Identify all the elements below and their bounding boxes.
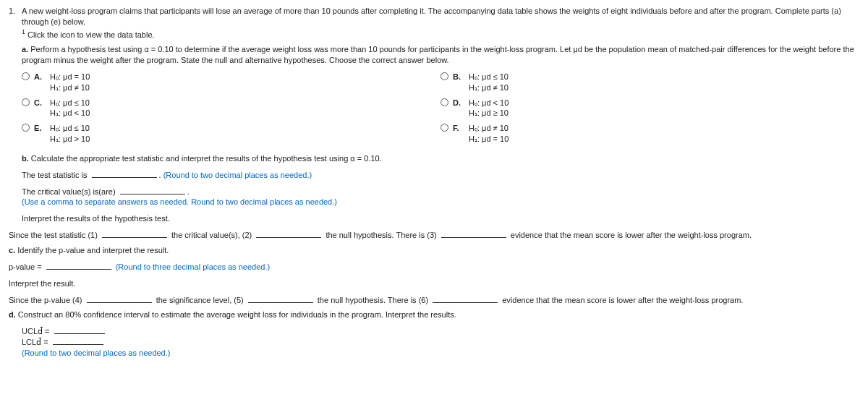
question-number: 1. xyxy=(9,6,22,224)
option-f-line2: H₁: μd = 10 xyxy=(469,134,509,143)
test-stat-post: . xyxy=(159,171,161,179)
fill2-mid1: the significance level, (5) xyxy=(156,296,244,304)
option-b-line2: H₁: μd ≠ 10 xyxy=(469,83,509,92)
part-d-label: d. xyxy=(9,310,16,319)
fill1-post: evidence that the mean score is lower af… xyxy=(511,231,752,239)
option-d-line2: H₁: μd ≥ 10 xyxy=(469,108,509,117)
interpret-b: Interpret the results of the hypothesis … xyxy=(22,213,859,224)
hint-round-2dp-1: (Round to two decimal places as needed.) xyxy=(163,171,312,179)
fill1-blank3[interactable] xyxy=(441,230,506,238)
option-a-line2: H₁: μd ≠ 10 xyxy=(50,83,90,92)
hint-round-2dp-2: (Round to two decimal places as needed.) xyxy=(22,348,859,359)
fill2-blank1[interactable] xyxy=(87,295,152,303)
hint-comma-round: (Use a comma to separate answers as need… xyxy=(22,197,859,208)
question-prompt: A new weight-loss program claims that pa… xyxy=(22,7,841,26)
part-d-text: Construct an 80% confidence interval to … xyxy=(18,310,456,319)
radio-b[interactable] xyxy=(441,72,448,80)
option-a-line1: H₀: μd = 10 xyxy=(50,72,90,81)
crit-val-pre: The critical value(s) is(are) xyxy=(22,187,116,196)
option-d-label: D. xyxy=(453,98,469,119)
option-c-line2: H₁: μd < 10 xyxy=(50,108,90,117)
part-a-label: a. xyxy=(22,45,28,54)
fill1-blank2[interactable] xyxy=(256,230,321,238)
option-a-label: A. xyxy=(34,72,50,93)
test-statistic-input[interactable] xyxy=(92,170,157,178)
radio-e[interactable] xyxy=(22,124,30,132)
option-b-label: B. xyxy=(453,72,469,93)
test-stat-pre: The test statistic is xyxy=(22,171,87,179)
option-c-label: C. xyxy=(34,98,50,119)
lcl-input[interactable] xyxy=(53,337,103,345)
pvalue-input[interactable] xyxy=(46,262,111,270)
fill2-mid2: the null hypothesis. There is (6) xyxy=(318,296,428,304)
fill1-mid1: the critical value(s), (2) xyxy=(171,231,252,239)
option-e-label: E. xyxy=(34,123,50,145)
option-c-line1: H₀: μd ≤ 10 xyxy=(50,98,90,107)
ucl-label: UCLd̄ = xyxy=(22,327,50,335)
radio-a[interactable] xyxy=(22,72,30,80)
option-f-label: F. xyxy=(453,123,469,145)
option-d-line1: H₀: μd < 10 xyxy=(469,98,509,107)
footnote-link[interactable]: Click the icon to view the data table. xyxy=(27,30,154,38)
option-f-line1: H₀: μd ≠ 10 xyxy=(469,124,509,132)
hint-round-3dp: (Round to three decimal places as needed… xyxy=(116,262,270,271)
option-b-line1: H₀: μd ≤ 10 xyxy=(469,72,509,81)
radio-f[interactable] xyxy=(441,124,448,132)
option-e-line2: H₁: μd > 10 xyxy=(50,134,90,143)
option-e-line1: H₀: μd ≤ 10 xyxy=(50,124,90,132)
fill2-blank3[interactable] xyxy=(433,295,498,303)
part-b-label: b. xyxy=(22,154,29,163)
footnote-mark: 1 xyxy=(22,28,25,35)
pvalue-label: p-value = xyxy=(9,262,42,271)
fill2-post: evidence that the mean score is lower af… xyxy=(502,296,743,304)
critical-value-input[interactable] xyxy=(120,187,185,194)
radio-c[interactable] xyxy=(22,98,30,106)
fill2-blank2[interactable] xyxy=(248,295,313,303)
part-a-text: Perform a hypothesis test using α = 0.10… xyxy=(22,45,854,64)
crit-val-post: . xyxy=(187,187,190,196)
fill2-pre: Since the p-value (4) xyxy=(9,296,82,304)
part-c-text: Identify the p-value and interpret the r… xyxy=(17,246,169,255)
part-c-label: c. xyxy=(9,246,15,255)
ucl-input[interactable] xyxy=(54,326,105,334)
fill1-pre: Since the test statistic (1) xyxy=(9,231,98,239)
fill1-blank1[interactable] xyxy=(102,230,167,238)
fill1-mid2: the null hypothesis. There is (3) xyxy=(326,231,436,239)
part-b-text: Calculate the appropriate test statistic… xyxy=(31,154,382,163)
radio-d[interactable] xyxy=(441,98,448,106)
interpret-c: Interpret the result. xyxy=(9,278,859,289)
lcl-label: LCLd̄ = xyxy=(22,338,48,346)
